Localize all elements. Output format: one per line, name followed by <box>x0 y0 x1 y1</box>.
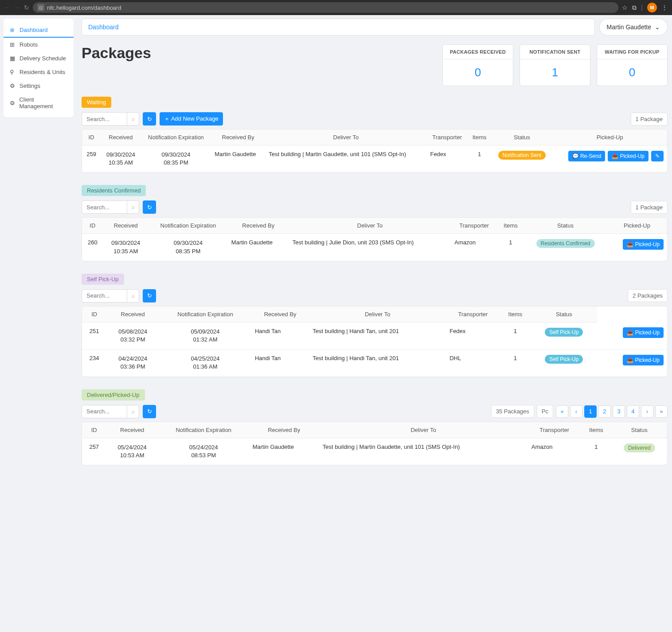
sidebar-item-dashboard[interactable]: ⊗Dashboard <box>4 23 74 38</box>
cell-items: 1 <box>581 438 611 465</box>
section-delivered: Delivered/Picked-Up⌕↻35 PackagesPc«‹1234… <box>82 389 668 465</box>
col-transporter: Transporter <box>451 218 497 234</box>
refresh-button[interactable]: ↻ <box>143 200 156 214</box>
sidebar-item-settings[interactable]: ⚙Settings <box>4 79 74 93</box>
col-expiration: Notification Expiration <box>148 218 228 234</box>
page-button[interactable]: 3 <box>613 405 625 418</box>
reload-icon[interactable]: ↻ <box>24 4 29 11</box>
stat-label: WAITING FOR PICKUP <box>597 45 667 59</box>
cell-deliver-to: Test building | Martin Gaudette, unit 10… <box>319 438 528 465</box>
stat-value: 0 <box>597 59 667 86</box>
col-transporter: Transporter <box>528 422 581 438</box>
col-id: ID <box>82 130 101 145</box>
cell-transporter: Fedex <box>446 322 500 349</box>
resend-button[interactable]: 💬 Re-Send <box>568 151 606 161</box>
col-status: Status <box>491 130 552 145</box>
cell-id: 260 <box>82 234 103 261</box>
search-wrap: ⌕ <box>82 112 139 126</box>
pickedup-button[interactable]: 📥 Picked-Up <box>623 239 664 250</box>
page-button[interactable]: 2 <box>598 405 611 418</box>
forward-icon[interactable]: → <box>14 4 20 11</box>
package-count: 2 Packages <box>628 289 668 302</box>
site-settings-icon[interactable]: ⊡ <box>37 4 44 11</box>
col-received: Received <box>103 218 148 234</box>
bookmark-icon[interactable]: ☆ <box>622 4 628 11</box>
section-title: Delivered/Picked-Up <box>82 389 145 400</box>
cell-status: Notification Sent <box>491 145 552 173</box>
section-waiting: Waiting⌕↻＋ Add New Package1 PackageIDRec… <box>82 97 668 173</box>
cell-items: 1 <box>500 349 531 377</box>
table-row: 26009/30/202410:35 AM09/30/202408:35 PMM… <box>82 234 667 261</box>
sidebar-item-robots[interactable]: ⊞Robots <box>4 38 74 51</box>
pc-label: Pc <box>537 405 553 418</box>
breadcrumb[interactable]: Dashboard <box>82 19 595 35</box>
cell-received-by: Martin Gaudette <box>228 234 289 261</box>
chevron-down-icon: ⌄ <box>655 24 660 31</box>
sidebar-item-delivery-schedule[interactable]: ▦Delivery Schedule <box>4 51 74 65</box>
section-title: Residents Confirmed <box>82 185 146 196</box>
cell-expiration: 05/09/202401:32 AM <box>159 322 251 349</box>
nav-icon: ▦ <box>10 55 16 62</box>
table: IDReceivedNotification ExpirationReceive… <box>82 306 668 377</box>
pagination: «‹1234›» <box>556 405 668 418</box>
search-icon[interactable]: ⌕ <box>127 289 139 302</box>
status-badge: Self Pick-Up <box>545 328 583 337</box>
sidebar-item-residents-units[interactable]: ⚲Residents & Units <box>4 65 74 79</box>
status-badge: Delivered <box>624 444 655 452</box>
cell-received: 09/30/202410:35 AM <box>103 234 148 261</box>
col-deliver_to: Deliver To <box>265 130 426 145</box>
cell-items: 1 <box>500 322 531 349</box>
nav-icon: ⊞ <box>10 41 16 48</box>
nav-label: Residents & Units <box>20 69 65 75</box>
page-button[interactable]: 1 <box>584 405 597 418</box>
search-icon[interactable]: ⌕ <box>127 405 139 418</box>
refresh-button[interactable]: ↻ <box>143 289 156 302</box>
edit-button[interactable]: ✎ <box>651 151 664 161</box>
stat-value: 0 <box>443 59 513 86</box>
user-dropdown[interactable]: Martin Gaudette ⌄ <box>599 19 668 35</box>
search-icon[interactable]: ⌕ <box>127 112 139 126</box>
cell-received-by: Martin Gaudette <box>249 438 319 465</box>
profile-avatar[interactable]: M <box>647 3 657 12</box>
search-icon[interactable]: ⌕ <box>127 200 139 214</box>
pickedup-button[interactable]: 📥 Picked-Up <box>623 327 664 338</box>
page-button[interactable]: » <box>655 405 668 418</box>
table-row: 23404/24/202403:36 PM04/25/202401:36 AMH… <box>82 349 667 377</box>
extensions-icon[interactable]: ⧉ <box>632 4 637 12</box>
cell-status: Self Pick-Up <box>531 349 598 377</box>
url-bar[interactable]: ⊡ nfc.hellogard.com/dashboard <box>33 2 618 13</box>
col-expiration: Notification Expiration <box>159 306 251 322</box>
nav-label: Client Management <box>19 96 67 110</box>
status-badge: Residents Confirmed <box>536 239 595 248</box>
pickedup-button[interactable]: 📥 Picked-Up <box>623 355 664 365</box>
add-package-button[interactable]: ＋ Add New Package <box>160 112 223 126</box>
search-wrap: ⌕ <box>82 200 139 214</box>
back-icon[interactable]: ← <box>4 4 11 11</box>
page-button[interactable]: ‹ <box>570 405 582 418</box>
nav-label: Robots <box>20 41 38 48</box>
url-text: nfc.hellogard.com/dashboard <box>47 4 121 11</box>
section-title: Waiting <box>82 97 111 108</box>
col-deliver_to: Deliver To <box>289 218 451 234</box>
refresh-button[interactable]: ↻ <box>143 405 156 418</box>
sidebar-item-client-management[interactable]: ⚙Client Management <box>4 93 74 113</box>
cell-id: 234 <box>82 349 106 377</box>
cell-expiration: 05/24/202408:53 PM <box>158 438 249 465</box>
cell-received: 04/24/202403:36 PM <box>106 349 159 377</box>
page-button[interactable]: › <box>641 405 653 418</box>
col-items: Items <box>581 422 611 438</box>
nav-icon: ⚙ <box>10 82 16 89</box>
page-button[interactable]: 4 <box>627 405 639 418</box>
cell-expiration: 09/30/202408:35 PM <box>148 234 228 261</box>
menu-icon[interactable]: ⋮ <box>661 4 668 11</box>
pickedup-button[interactable]: 📥 Picked-Up <box>608 151 649 161</box>
col-items: Items <box>468 130 491 145</box>
refresh-button[interactable]: ↻ <box>143 112 156 126</box>
col-id: ID <box>82 306 106 322</box>
cell-id: 259 <box>82 145 101 173</box>
nav-icon: ⊗ <box>10 27 16 33</box>
page-button[interactable]: « <box>556 405 568 418</box>
sidebar: ⊗Dashboard⊞Robots▦Delivery Schedule⚲Resi… <box>4 19 74 118</box>
cell-deliver-to: Test building | Handi Tan, unit 201 <box>309 349 446 377</box>
cell-deliver-to: Test building | Handi Tan, unit 201 <box>309 322 446 349</box>
